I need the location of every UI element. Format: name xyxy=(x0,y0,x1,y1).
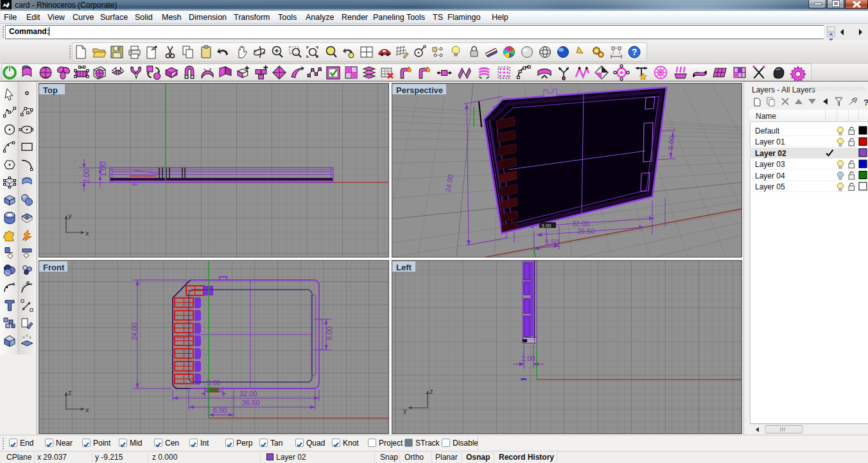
svg-text:26.50: 26.50 xyxy=(577,227,595,235)
svg-text:y: y xyxy=(68,212,72,220)
svg-text:8.00: 8.00 xyxy=(666,136,675,151)
svg-text:?: ? xyxy=(864,98,868,107)
svg-text:6.50: 6.50 xyxy=(213,406,227,414)
svg-text:x: x xyxy=(85,229,89,237)
svg-text:24.00: 24.00 xyxy=(130,322,138,340)
svg-text:2.00: 2.00 xyxy=(521,354,535,362)
svg-text:3.00: 3.00 xyxy=(207,379,220,387)
svg-text:y: y xyxy=(403,406,407,414)
svg-text:z: z xyxy=(68,389,72,396)
svg-text:26.50: 26.50 xyxy=(242,399,260,406)
svg-text:32.00: 32.00 xyxy=(572,220,590,227)
svg-text:2.00: 2.00 xyxy=(82,168,91,184)
svg-text:?: ? xyxy=(632,47,638,57)
svg-text:3.00: 3.00 xyxy=(541,223,551,229)
svg-text:8.00: 8.00 xyxy=(326,327,333,340)
svg-text:6.50: 6.50 xyxy=(545,238,559,246)
svg-text:1.00: 1.00 xyxy=(99,161,108,177)
svg-text:z: z xyxy=(430,387,433,395)
svg-text:x: x xyxy=(85,406,89,414)
svg-text:32.00: 32.00 xyxy=(239,390,257,397)
